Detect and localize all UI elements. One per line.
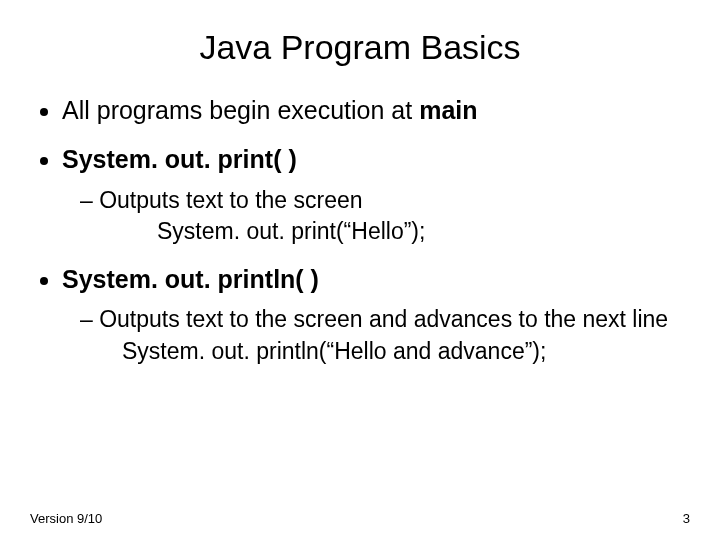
bullet-main: All programs begin execution at main: [62, 95, 690, 126]
bullet-print-label: System. out. print( ): [62, 145, 297, 173]
bullet-print: System. out. print( ) Outputs text to th…: [62, 144, 690, 246]
bullet-print-code: System. out. print(“Hello”);: [157, 217, 690, 246]
bullet-println-label: System. out. println( ): [62, 265, 319, 293]
bullet-print-desc: Outputs text to the screen: [80, 186, 690, 216]
bullet-println-code: System. out. println(“Hello and advance”…: [122, 337, 690, 366]
footer-page: 3: [683, 511, 690, 526]
bullet-list: All programs begin execution at main Sys…: [30, 95, 690, 366]
bullet-println-desc: Outputs text to the screen and advances …: [80, 305, 690, 335]
slide: Java Program Basics All programs begin e…: [0, 0, 720, 540]
bullet-main-text: All programs begin execution at: [62, 96, 419, 124]
bullet-println: System. out. println( ) Outputs text to …: [62, 264, 690, 366]
bullet-println-sub: Outputs text to the screen and advances …: [62, 305, 690, 335]
footer-version: Version 9/10: [30, 511, 102, 526]
slide-title: Java Program Basics: [30, 28, 690, 67]
bullet-print-sub: Outputs text to the screen: [62, 186, 690, 216]
bullet-main-bold: main: [419, 96, 477, 124]
footer: Version 9/10 3: [30, 511, 690, 526]
